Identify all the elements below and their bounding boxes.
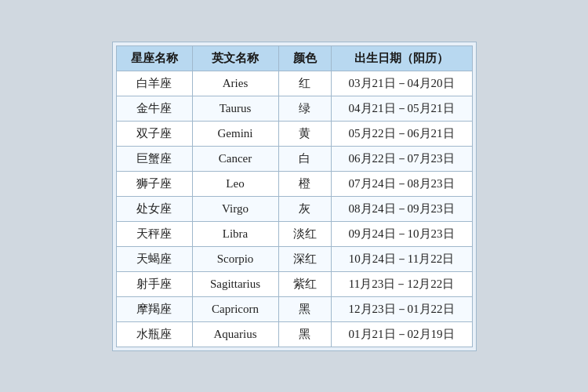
cell-color: 黄 xyxy=(278,121,331,146)
table-row: 巨蟹座Cancer白06月22日－07月23日 xyxy=(116,146,472,171)
cell-chinese: 金牛座 xyxy=(116,96,192,121)
cell-color: 黑 xyxy=(278,321,331,347)
table-row: 摩羯座Capricorn黑12月23日－01月22日 xyxy=(116,296,472,321)
cell-date: 07月24日－08月23日 xyxy=(331,171,472,196)
cell-chinese: 射手座 xyxy=(116,271,192,296)
header-date: 出生日期（阳历） xyxy=(331,45,472,71)
cell-color: 橙 xyxy=(278,171,331,196)
cell-date: 09月24日－10月23日 xyxy=(331,221,472,246)
table-row: 处女座Virgo灰08月24日－09月23日 xyxy=(116,196,472,221)
cell-chinese: 天蝎座 xyxy=(116,246,192,271)
cell-color: 紫红 xyxy=(278,271,331,296)
header-chinese: 星座名称 xyxy=(116,45,192,71)
table-header-row: 星座名称 英文名称 颜色 出生日期（阳历） xyxy=(116,45,472,71)
zodiac-table-container: 星座名称 英文名称 颜色 出生日期（阳历） 白羊座Aries红03月21日－04… xyxy=(112,42,477,351)
cell-date: 04月21日－05月21日 xyxy=(331,96,472,121)
cell-date: 03月21日－04月20日 xyxy=(331,71,472,96)
cell-color: 黑 xyxy=(278,296,331,321)
cell-color: 灰 xyxy=(278,196,331,221)
cell-chinese: 狮子座 xyxy=(116,171,192,196)
cell-color: 红 xyxy=(278,71,331,96)
cell-english: Cancer xyxy=(192,146,278,171)
cell-chinese: 巨蟹座 xyxy=(116,146,192,171)
table-row: 白羊座Aries红03月21日－04月20日 xyxy=(116,71,472,96)
cell-date: 11月23日－12月22日 xyxy=(331,271,472,296)
cell-date: 10月24日－11月22日 xyxy=(331,246,472,271)
cell-chinese: 天秤座 xyxy=(116,221,192,246)
cell-english: Scorpio xyxy=(192,246,278,271)
cell-english: Aries xyxy=(192,71,278,96)
cell-date: 08月24日－09月23日 xyxy=(331,196,472,221)
cell-color: 淡红 xyxy=(278,221,331,246)
table-row: 金牛座Taurus绿04月21日－05月21日 xyxy=(116,96,472,121)
table-row: 天蝎座Scorpio深红10月24日－11月22日 xyxy=(116,246,472,271)
cell-chinese: 双子座 xyxy=(116,121,192,146)
cell-chinese: 摩羯座 xyxy=(116,296,192,321)
cell-english: Aquarius xyxy=(192,321,278,347)
cell-date: 12月23日－01月22日 xyxy=(331,296,472,321)
zodiac-table: 星座名称 英文名称 颜色 出生日期（阳历） 白羊座Aries红03月21日－04… xyxy=(116,45,473,347)
cell-color: 绿 xyxy=(278,96,331,121)
cell-english: Leo xyxy=(192,171,278,196)
cell-date: 06月22日－07月23日 xyxy=(331,146,472,171)
header-color: 颜色 xyxy=(278,45,331,71)
table-row: 天秤座Libra淡红09月24日－10月23日 xyxy=(116,221,472,246)
cell-english: Virgo xyxy=(192,196,278,221)
cell-english: Gemini xyxy=(192,121,278,146)
cell-english: Taurus xyxy=(192,96,278,121)
cell-date: 01月21日－02月19日 xyxy=(331,321,472,347)
cell-chinese: 水瓶座 xyxy=(116,321,192,347)
header-english: 英文名称 xyxy=(192,45,278,71)
cell-color: 深红 xyxy=(278,246,331,271)
cell-color: 白 xyxy=(278,146,331,171)
table-row: 狮子座Leo橙07月24日－08月23日 xyxy=(116,171,472,196)
cell-english: Sagittarius xyxy=(192,271,278,296)
table-row: 射手座Sagittarius紫红11月23日－12月22日 xyxy=(116,271,472,296)
cell-chinese: 白羊座 xyxy=(116,71,192,96)
cell-date: 05月22日－06月21日 xyxy=(331,121,472,146)
cell-english: Libra xyxy=(192,221,278,246)
cell-chinese: 处女座 xyxy=(116,196,192,221)
table-row: 双子座Gemini黄05月22日－06月21日 xyxy=(116,121,472,146)
cell-english: Capricorn xyxy=(192,296,278,321)
table-row: 水瓶座Aquarius黑01月21日－02月19日 xyxy=(116,321,472,347)
